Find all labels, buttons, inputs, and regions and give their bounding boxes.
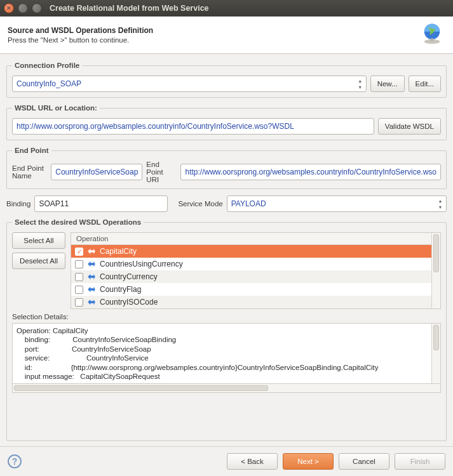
scrollbar-thumb[interactable] xyxy=(14,385,268,391)
scrollbar-thumb[interactable] xyxy=(433,325,439,350)
operation-label: CountryFlag xyxy=(100,285,141,294)
connection-profile-legend: Connection Profile xyxy=(12,62,82,69)
operations-vscrollbar[interactable] xyxy=(431,233,440,308)
endpoint-legend: End Point xyxy=(12,147,51,154)
chevron-down-icon[interactable]: ▼ xyxy=(356,84,365,90)
operation-checkbox[interactable]: ✓ xyxy=(75,248,83,256)
operation-row[interactable]: CountryISOCode xyxy=(71,296,431,308)
selection-details-label: Selection Details: xyxy=(12,313,441,321)
connection-profile-value: CountryInfo_SOAP xyxy=(17,79,81,88)
wizard-subtitle: Press the "Next >" button to continue. xyxy=(8,36,153,44)
deselect-all-button[interactable]: Deselect All xyxy=(12,253,65,269)
chevron-down-icon[interactable]: ▼ xyxy=(436,204,445,210)
window-titlebar: ✕ Create Relational Model from Web Servi… xyxy=(0,0,453,17)
wsdl-url-input[interactable]: http://www.oorsprong.org/websamples.coun… xyxy=(12,118,374,135)
endpoint-uri-input[interactable]: http://www.oorsprong.org/websamples.coun… xyxy=(180,164,441,180)
operation-row[interactable]: ✓CapitalCity xyxy=(71,245,431,258)
endpoint-name-value: CountryInfoServiceSoap xyxy=(55,168,138,176)
operation-checkbox[interactable] xyxy=(75,298,83,307)
operation-checkbox[interactable] xyxy=(75,260,83,268)
operation-label: CountryISOCode xyxy=(100,298,158,307)
operation-icon xyxy=(87,299,96,305)
chevron-up-icon[interactable]: ▲ xyxy=(436,197,445,204)
back-button[interactable]: < Back xyxy=(227,453,278,470)
operation-icon xyxy=(87,261,96,267)
connection-profile-combo[interactable]: CountryInfo_SOAP ▲▼ xyxy=(12,76,367,92)
endpoint-uri-label: End Point URI xyxy=(146,161,177,183)
chevron-up-icon[interactable]: ▲ xyxy=(356,77,365,84)
edit-profile-button[interactable]: Edit... xyxy=(409,76,441,92)
svg-rect-2 xyxy=(431,38,433,41)
next-button[interactable]: Next > xyxy=(283,453,334,470)
operations-group: Select the desired WSDL Operations Selec… xyxy=(6,218,447,441)
new-profile-button[interactable]: New... xyxy=(370,76,405,92)
connection-profile-group: Connection Profile CountryInfo_SOAP ▲▼ N… xyxy=(6,62,447,98)
service-mode-label: Service Mode xyxy=(178,200,222,208)
finish-button: Finish xyxy=(395,453,445,470)
spinner-buttons: ▲▼ xyxy=(436,197,445,210)
close-window-button[interactable]: ✕ xyxy=(4,3,14,13)
endpoint-uri-value: http://www.oorsprong.org/websamples.coun… xyxy=(185,168,436,176)
operation-label: CapitalCity xyxy=(100,247,137,256)
operation-row[interactable]: CountriesUsingCurrency xyxy=(71,258,431,270)
operation-icon xyxy=(87,286,96,293)
operation-label: CountryCurrency xyxy=(100,272,158,281)
wsdl-legend: WSDL URL or Location: xyxy=(12,104,100,112)
globe-icon xyxy=(419,22,445,48)
operations-list: Operation ✓CapitalCityCountriesUsingCurr… xyxy=(71,232,441,309)
endpoint-name-input[interactable]: CountryInfoServiceSoap xyxy=(51,164,142,180)
binding-value: SOAP11 xyxy=(39,199,69,208)
wsdl-url-value: http://www.oorsprong.org/websamples.coun… xyxy=(17,122,294,131)
operation-checkbox[interactable] xyxy=(75,286,83,294)
endpoint-name-label: End Point Name xyxy=(12,164,47,180)
operation-checkbox[interactable] xyxy=(75,273,83,281)
operation-row[interactable]: CountryFlag xyxy=(71,283,431,296)
operation-icon xyxy=(87,274,96,280)
wizard-footer: ? < Back Next > Cancel Finish xyxy=(0,446,453,476)
wizard-header: Source and WSDL Operations Definition Pr… xyxy=(0,17,453,54)
wizard-title: Source and WSDL Operations Definition xyxy=(8,26,153,35)
help-button[interactable]: ? xyxy=(8,454,22,468)
binding-servicemode-row: Binding SOAP11 Service Mode PAYLOAD ▲▼ xyxy=(6,195,447,212)
window-title: Create Relational Model from Web Service xyxy=(50,4,209,13)
selection-details-box: Operation: CapitalCity binding: CountryI… xyxy=(12,323,441,384)
spinner-buttons: ▲▼ xyxy=(356,77,365,90)
operations-legend: Select the desired WSDL Operations xyxy=(12,218,144,226)
minimize-window-button[interactable] xyxy=(18,3,28,13)
service-mode-combo[interactable]: PAYLOAD ▲▼ xyxy=(227,195,447,212)
operation-icon xyxy=(87,248,96,255)
binding-label: Binding xyxy=(6,200,30,208)
wsdl-group: WSDL URL or Location: http://www.oorspro… xyxy=(6,104,447,140)
validate-wsdl-button[interactable]: Validate WSDL xyxy=(378,118,441,135)
wizard-content: Connection Profile CountryInfo_SOAP ▲▼ N… xyxy=(0,54,453,446)
cancel-button[interactable]: Cancel xyxy=(339,453,389,470)
service-mode-value: PAYLOAD xyxy=(231,199,266,208)
scrollbar-thumb[interactable] xyxy=(433,234,439,272)
selection-details-text[interactable]: Operation: CapitalCity binding: CountryI… xyxy=(13,324,431,383)
operations-column-header[interactable]: Operation xyxy=(71,233,431,245)
operation-label: CountriesUsingCurrency xyxy=(100,260,183,268)
details-vscrollbar[interactable] xyxy=(431,324,440,383)
operation-row[interactable]: CountryCurrency xyxy=(71,270,431,283)
endpoint-group: End Point End Point Name CountryInfoServ… xyxy=(6,147,447,189)
maximize-window-button[interactable] xyxy=(32,3,42,13)
details-hscrollbar[interactable] xyxy=(12,384,441,393)
binding-input[interactable]: SOAP11 xyxy=(34,195,168,212)
select-all-button[interactable]: Select All xyxy=(12,232,65,249)
